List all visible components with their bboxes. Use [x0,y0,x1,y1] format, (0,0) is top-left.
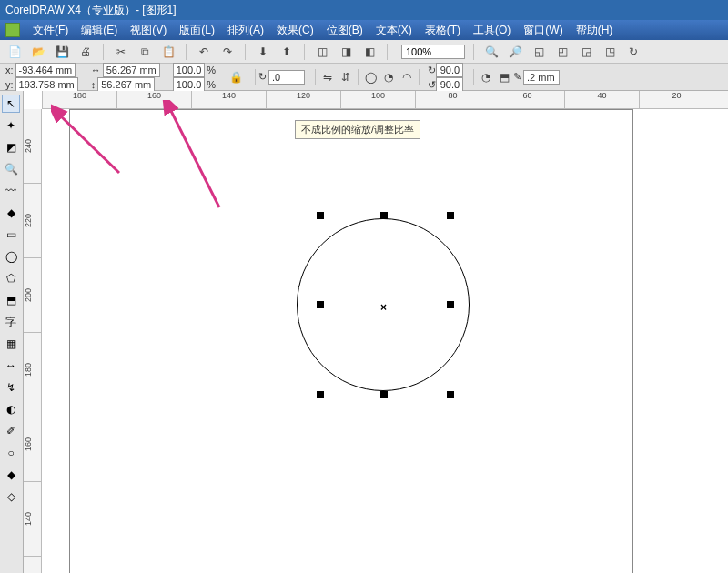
menu-layout[interactable]: 版面(L) [179,23,215,38]
y-field[interactable]: 193.758 mm [15,77,78,92]
x-label: x: [5,65,14,75]
connector-tool[interactable]: ↯ [2,378,20,397]
separator [473,69,474,85]
width-field[interactable]: 56.267 mm [103,63,160,77]
pick-tool[interactable]: ↖ [2,95,20,113]
canvas[interactable]: × 不成比例的缩放/调整比率 [42,109,728,573]
import-button[interactable]: ⬇ [254,43,272,61]
menu-table[interactable]: 表格(T) [425,23,460,38]
selection-handle[interactable] [317,301,324,308]
horizontal-ruler: 18016014012010080604020 [42,91,728,109]
zoom-tool[interactable]: 🔍 [2,160,20,178]
separator [186,44,187,60]
basic-shapes-tool[interactable]: ⬒ [2,291,20,309]
menu-help[interactable]: 帮助(H) [576,23,613,38]
smart-fill-tool[interactable]: ◆ [2,204,20,222]
selection-handle[interactable] [380,391,388,398]
rectangle-tool[interactable]: ▭ [2,226,20,244]
width-label-icon: ↔ [91,65,101,75]
separator [245,44,246,60]
redo-button[interactable]: ↷ [218,43,237,61]
menu-window[interactable]: 窗口(W) [523,23,562,38]
selection-handle[interactable] [380,212,388,219]
fill-tool[interactable]: ◆ [2,466,20,484]
workarea: ↖✦◩🔍〰◆▭◯⬠⬒字▦↔↯◐✐○◆◇ 18016014012010080604… [0,91,728,573]
open-button[interactable]: 📂 [29,43,47,61]
weld-button[interactable]: ◫ [313,43,331,61]
separator [304,44,305,60]
start-angle-field[interactable]: 90.0 [436,63,463,77]
height-field[interactable]: 56.267 mm [97,77,155,92]
shape-tool[interactable]: ✦ [2,116,20,135]
print-button[interactable]: 🖨 [76,43,95,61]
menu-text[interactable]: 文本(X) [376,23,412,38]
selection-center-icon: × [380,301,387,314]
vertical-ruler: 240220200180160140 [24,109,42,573]
mirror-v-button[interactable]: ⇵ [337,68,355,86]
zoom-select[interactable] [401,45,465,59]
interactive-blend-tool[interactable]: ◐ [2,400,20,418]
save-button[interactable]: 💾 [53,43,71,61]
selection-handle[interactable] [447,212,454,219]
arc-button[interactable]: ◠ [398,68,416,86]
lock-ratio-button[interactable]: 🔒 [227,68,245,86]
ruler-tick: 40 [564,91,639,108]
paste-button[interactable]: 📋 [159,43,177,61]
ruler-tick: 160 [24,407,41,482]
ruler-tick: 240 [24,109,41,184]
menu-edit[interactable]: 编辑(E) [81,23,117,38]
cut-button[interactable]: ✂ [112,43,130,61]
menu-view[interactable]: 视图(V) [130,23,167,38]
selection-handle[interactable] [447,391,454,398]
new-button[interactable]: 📄 [5,43,24,61]
intersect-button[interactable]: ◧ [360,43,379,61]
menu-effects[interactable]: 效果(C) [277,23,314,38]
outline-width-field[interactable]: .2 mm [523,70,560,85]
interactive-fill-tool[interactable]: ◇ [2,488,20,506]
ruler-tick: 140 [24,482,41,557]
ruler-tick: 180 [42,91,116,108]
outline-tool[interactable]: ○ [2,444,20,462]
zoom-all-button[interactable]: ◰ [553,43,571,61]
mirror-h-button[interactable]: ⇋ [318,68,337,86]
crop-tool[interactable]: ◩ [2,138,20,156]
polygon-tool[interactable]: ⬠ [2,269,20,287]
zoom-page-button[interactable]: ◱ [530,43,548,61]
outline-icon: ✎ [513,71,521,83]
menu-tools[interactable]: 工具(O) [473,23,511,38]
text-tool[interactable]: 字 [2,313,20,331]
selection-handle[interactable] [317,212,324,219]
rotation-field[interactable]: .0 [268,70,305,85]
zoom-selection-button[interactable]: ◲ [577,43,595,61]
x-field[interactable]: -93.464 mm [15,63,76,77]
eyedropper-tool[interactable]: ✐ [2,422,20,440]
export-button[interactable]: ⬆ [278,43,296,61]
table-tool[interactable]: ▦ [2,335,20,353]
height-label-icon: ↕ [91,79,96,90]
separator [255,69,256,85]
zoom-fit-button[interactable]: ◳ [601,43,619,61]
menu-arrange[interactable]: 排列(A) [228,23,264,38]
pie-button[interactable]: ◔ [379,68,398,86]
refresh-button[interactable]: ↻ [624,43,642,61]
convert-curves-button[interactable]: ⬒ [495,68,513,86]
end-angle-field[interactable]: 90.0 [436,77,463,92]
rotation-icon: ↻ [258,71,267,83]
ellipse-button[interactable]: ◯ [361,68,379,86]
ellipse-tool[interactable]: ◯ [2,247,20,266]
menu-bitmaps[interactable]: 位图(B) [327,23,363,38]
selection-handle[interactable] [447,301,454,308]
selection-handle[interactable] [317,391,324,398]
dimension-tool[interactable]: ↔ [2,357,20,375]
scale-x-field[interactable]: 100.0 [173,63,206,77]
wrap-text-button[interactable]: ◔ [477,68,495,86]
zoom-in-button[interactable]: 🔍 [482,43,500,61]
menu-file[interactable]: 文件(F) [33,23,68,38]
undo-button[interactable]: ↶ [195,43,213,61]
freehand-tool[interactable]: 〰 [2,182,20,200]
copy-button[interactable]: ⧉ [136,43,154,61]
trim-button[interactable]: ◨ [337,43,355,61]
app-logo [5,23,20,37]
zoom-out-button[interactable]: 🔎 [506,43,524,61]
scale-y-field[interactable]: 100.0 [173,77,206,92]
